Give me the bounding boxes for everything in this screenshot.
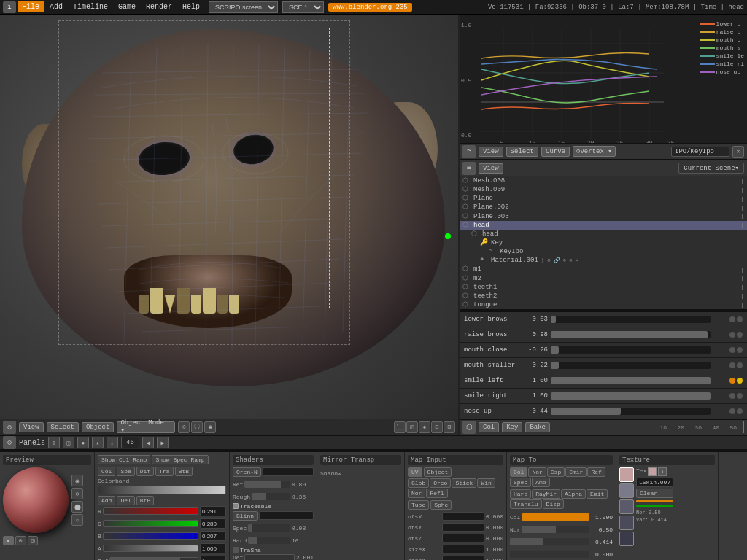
mt-nor-bar[interactable] <box>522 526 589 533</box>
menu-timeline[interactable]: Timeline <box>69 1 112 12</box>
scene-item-key[interactable]: 🔑 Key <box>460 238 747 247</box>
ofs-z-field[interactable] <box>442 534 484 542</box>
mt-frame-selector[interactable]: 46 <box>121 437 139 448</box>
outliner-icon[interactable]: ≡ <box>462 162 476 175</box>
scene-item-teeth2[interactable]: ⬡ teeth2 | <box>460 292 747 300</box>
scene-item-m2[interactable]: ⬡ m2 | <box>460 274 747 283</box>
traceable-checkbox[interactable] <box>233 503 239 509</box>
stick-btn[interactable]: Stick <box>452 478 476 488</box>
csp-btn[interactable]: Csp <box>547 467 565 477</box>
mt-btn-1[interactable]: ⊕ <box>48 437 60 448</box>
shape-key-smile-left[interactable]: smile left 1.00 <box>460 373 747 389</box>
raymir-btn[interactable]: RayMir <box>532 489 560 499</box>
win-btn[interactable]: Win <box>477 478 495 488</box>
mode-icon-5[interactable]: ⊞ <box>444 421 455 433</box>
ipo-keyipo-selector[interactable]: IPO/KeyIpo <box>671 147 729 157</box>
scene-item-plane002[interactable]: ⬡ Plane.002 | <box>460 203 747 211</box>
graph-view-btn[interactable]: View <box>479 147 503 157</box>
menu-file[interactable]: File <box>18 1 44 12</box>
view-button[interactable]: View <box>19 422 44 432</box>
mode-icon-1[interactable]: ⬛ <box>394 421 406 433</box>
alpha-btn[interactable]: Alpha <box>561 489 586 499</box>
spec-ramp-btn[interactable]: Show Spec Ramp <box>152 455 208 464</box>
disp-btn[interactable]: Disp <box>543 499 564 509</box>
mt-btn-4[interactable]: ★ <box>92 437 104 448</box>
mt-btn-7[interactable]: ▶ <box>157 437 169 448</box>
graph-curve-btn[interactable]: Curve <box>541 147 570 157</box>
mat-g-slider[interactable] <box>103 520 198 527</box>
tube-btn[interactable]: Tube <box>408 500 429 510</box>
mat-tab-btb[interactable]: BtB <box>175 467 193 476</box>
shape-key-mouth-smaller[interactable]: mouth smaller -0.22 <box>460 358 747 373</box>
nor-map-btn[interactable]: Nor <box>528 467 546 477</box>
mt-btn-3[interactable]: ● <box>77 437 89 448</box>
shape-key-raise-brows[interactable]: raise brows 0.98 <box>460 327 747 343</box>
size-x-field[interactable] <box>442 545 484 553</box>
preview-btn-2[interactable]: ⊙ <box>71 488 83 499</box>
object-mode-selector[interactable]: Object Mode ▾ <box>117 421 175 433</box>
menu-render[interactable]: Render <box>142 1 177 12</box>
tex-slot-5[interactable] <box>619 532 634 546</box>
nor-btn[interactable]: Nor <box>408 489 425 498</box>
mt-col-bar[interactable] <box>522 513 589 521</box>
sh-rough-slider[interactable] <box>252 493 290 500</box>
sk-icon[interactable]: ⬡ <box>462 421 476 434</box>
tex-name-field[interactable]: LSkin.007 <box>636 478 673 487</box>
vp-icon-2[interactable]: 🎧 <box>191 421 203 433</box>
glob-btn[interactable]: Glob <box>408 478 429 488</box>
sh-hard-slider[interactable] <box>248 537 290 544</box>
menu-game[interactable]: Game <box>114 1 140 12</box>
scene-item-teeth1[interactable]: ⬡ teeth1 | <box>460 283 747 292</box>
mat-tab-col[interactable]: Col <box>98 467 115 476</box>
sk-bake-btn[interactable]: Bake <box>525 422 550 432</box>
scene-item-head[interactable]: ⬡ head | <box>460 221 747 230</box>
oren-field[interactable] <box>263 467 314 476</box>
current-scene-selector[interactable]: Current Scene▾ <box>678 163 744 174</box>
mat-ref-input[interactable] <box>200 556 226 560</box>
scene-item-mesh009[interactable]: ⬡ Mesh.009 | <box>460 185 747 194</box>
vp-icon-3[interactable]: ◉ <box>204 421 216 433</box>
preview-btn-1[interactable]: ◉ <box>71 475 83 486</box>
graph-close-btn[interactable]: ✕ <box>732 146 744 158</box>
preview-mode-3[interactable]: ◫ <box>28 536 39 545</box>
mt-btn-2[interactable]: ◫ <box>63 437 74 448</box>
select-button[interactable]: Select <box>47 422 79 432</box>
scene-item-material[interactable]: ● Material.001 | ⚙ 🔗 ⊕ ⊗ ✕ <box>460 256 747 265</box>
mat-b-input[interactable] <box>200 531 226 541</box>
sk-col-btn[interactable]: Col <box>479 422 499 432</box>
sk-key-btn[interactable]: Key <box>502 422 522 432</box>
scene-item-plane[interactable]: ⬡ Plane | <box>460 194 747 203</box>
scene-item-plane003[interactable]: ⬡ Plane.003 | <box>460 212 747 221</box>
preview-btn-3[interactable]: ⬤ <box>71 501 83 513</box>
def-field[interactable] <box>244 554 295 560</box>
mat-b-slider[interactable] <box>103 532 198 540</box>
mat-g-input[interactable] <box>200 518 226 529</box>
cb-add-btn[interactable]: Add <box>98 496 115 505</box>
shape-key-nose-up[interactable]: nose up 0.44 <box>460 404 747 419</box>
screen-selector-1[interactable]: SCRIPO screen <box>209 1 278 13</box>
tex-slot-3[interactable] <box>619 499 634 514</box>
sphe-btn[interactable]: Sphe <box>430 500 452 510</box>
sh-ref-slider[interactable] <box>244 481 290 488</box>
graph-icon[interactable]: ~ <box>462 145 476 158</box>
scene-outliner-panel[interactable]: ≡ View Current Scene▾ ⬡ Mesh.008 | ⬡ Mes… <box>460 160 747 311</box>
mat-tab-spe[interactable]: Spe <box>117 467 134 476</box>
tex-slot-1[interactable] <box>619 467 634 482</box>
graph-vertex-selector[interactable]: ⊙Vertex ▾ <box>573 146 616 157</box>
col-ramp-btn[interactable]: Show Col Ramp <box>98 455 150 464</box>
hard-map-btn[interactable]: Hard <box>510 489 531 499</box>
scene-item-tongue[interactable]: ⬡ tongue | <box>460 300 747 309</box>
mode-icon-2[interactable]: ◫ <box>406 421 418 433</box>
object-btn[interactable]: Object <box>424 467 452 477</box>
mat-a-input[interactable] <box>200 543 226 553</box>
scene-item-head-data[interactable]: ⬡ head <box>460 230 747 238</box>
mat-ref-slider[interactable] <box>109 557 198 560</box>
mt-icon[interactable]: ⊙ <box>3 436 16 449</box>
vp-icon-1[interactable]: ⊙ <box>178 421 190 433</box>
mat-a-slider[interactable] <box>103 545 198 552</box>
col-btn[interactable]: Col <box>510 467 527 477</box>
mode-icon-3[interactable]: ◈ <box>419 421 430 433</box>
shape-key-lower-brows[interactable]: lower brows 0.03 <box>460 312 747 327</box>
menu-add[interactable]: Add <box>45 1 67 12</box>
3d-viewport[interactable]: (46) head ⊕ View Select Object Object Mo… <box>0 15 460 435</box>
